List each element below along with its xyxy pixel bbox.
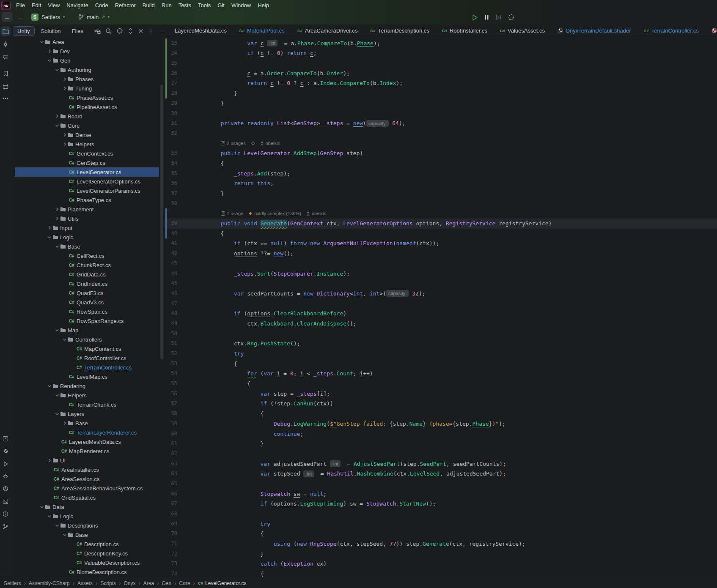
- line-number[interactable]: 23: [165, 38, 194, 49]
- more-tool-windows-icon[interactable]: [0, 93, 11, 104]
- tree-item-LevelGeneratorParams.cs[interactable]: C#LevelGeneratorParams.cs: [11, 186, 165, 195]
- line-number[interactable]: 44: [165, 269, 194, 279]
- project-tree[interactable]: AreaDevGenAuthoringPhasesTuningC#PhaseAs…: [11, 37, 165, 578]
- line-number[interactable]: 37: [165, 189, 194, 199]
- search-icon[interactable]: [105, 28, 112, 34]
- tree-item-AreaInstaller.cs[interactable]: C#AreaInstaller.cs: [11, 465, 165, 474]
- panel-tab-files[interactable]: Files: [67, 26, 88, 36]
- run-button[interactable]: [472, 14, 478, 21]
- version-control-tool-icon[interactable]: [0, 522, 11, 532]
- line-number[interactable]: 38: [165, 199, 194, 209]
- tree-item-Authoring[interactable]: Authoring: [11, 65, 165, 74]
- tree-item-GridIndex.cs[interactable]: C#GridIndex.cs: [11, 279, 165, 288]
- tree-item-MapContent.cs[interactable]: C#MapContent.cs: [11, 344, 165, 353]
- code-area[interactable]: 22 public int Compare(GenStep a, GenStep…: [165, 37, 717, 578]
- code-line-25[interactable]: 25: [165, 58, 717, 68]
- line-number[interactable]: 50: [165, 329, 194, 339]
- structure-tool-icon[interactable]: [0, 52, 11, 62]
- chevron-down-icon[interactable]: [54, 523, 60, 528]
- chevron-down-icon[interactable]: [47, 514, 52, 519]
- code-line-74[interactable]: 74 {: [165, 569, 717, 578]
- code-line-31[interactable]: 31 private readonly List<GenStep> _steps…: [165, 118, 717, 129]
- line-number[interactable]: 42: [165, 249, 194, 259]
- code-line-58[interactable]: 58 {: [165, 409, 717, 419]
- code-line-72[interactable]: 72 }: [165, 549, 717, 559]
- expand-all-icon[interactable]: [128, 28, 133, 34]
- tree-item-Tuning[interactable]: Tuning: [11, 84, 165, 93]
- code-line-61[interactable]: 61 }: [165, 439, 717, 449]
- code-line-48[interactable]: 48 if (options.ClearBlackboardBefore): [165, 309, 717, 319]
- line-number[interactable]: 39: [165, 219, 194, 229]
- chevron-down-icon[interactable]: [47, 58, 52, 63]
- breadcrumb-item-settlers[interactable]: Settlers: [4, 580, 21, 586]
- code-line-50[interactable]: 50: [165, 329, 717, 339]
- line-number[interactable]: 46: [165, 289, 194, 299]
- line-number[interactable]: 47: [165, 299, 194, 309]
- line-number[interactable]: 73: [165, 559, 194, 569]
- editor-tab-MaterialPool.cs[interactable]: C#MaterialPool.cs: [233, 25, 291, 37]
- more-actions-icon[interactable]: ⋮: [148, 27, 154, 34]
- line-number[interactable]: 25: [165, 58, 194, 68]
- breadcrumb-item-assembly-csharp[interactable]: Assembly-CSharp: [29, 580, 70, 586]
- menu-edit[interactable]: Edit: [28, 2, 44, 8]
- line-number[interactable]: 28: [165, 88, 194, 98]
- collapse-all-icon[interactable]: [138, 28, 143, 34]
- chevron-right-icon[interactable]: [62, 77, 68, 82]
- code-vision-usages[interactable]: 2 usages: [221, 141, 246, 146]
- line-number[interactable]: 67: [165, 499, 194, 509]
- code-line-26[interactable]: 26 c = a.Order.CompareTo(b.Order);: [165, 68, 717, 79]
- line-number[interactable]: 74: [165, 569, 194, 578]
- tree-item-Controllers[interactable]: Controllers: [11, 335, 165, 344]
- code-line-70[interactable]: 70 {: [165, 529, 717, 539]
- code-vision-diamond-filled[interactable]: mildly complex (130%): [248, 211, 301, 216]
- code-line-53[interactable]: 53 {: [165, 359, 717, 369]
- tree-item-Input[interactable]: Input: [11, 223, 165, 232]
- menu-help[interactable]: Help: [254, 2, 272, 8]
- chevron-right-icon[interactable]: [54, 114, 60, 119]
- code-line-44[interactable]: 44 _steps.Sort(StepComparer.Instance);: [165, 269, 717, 279]
- code-line-32[interactable]: 32: [165, 129, 717, 139]
- code-line-55[interactable]: 55 {: [165, 379, 717, 389]
- tree-item-Logic[interactable]: Logic: [11, 511, 165, 521]
- code-line-63[interactable]: 63 var adjustedSeedPart :int = AdjustSee…: [165, 459, 717, 469]
- code-line-38[interactable]: 38: [165, 199, 717, 209]
- chevron-down-icon[interactable]: [47, 235, 52, 240]
- code-line-24[interactable]: 24 if (c != 0) return c;: [165, 48, 717, 58]
- tree-item-Placement[interactable]: Placement: [11, 205, 165, 214]
- code-line-67[interactable]: 67 if (options.LogStepTiming) sw = Stopw…: [165, 499, 717, 509]
- line-number[interactable]: 59: [165, 419, 194, 429]
- line-number[interactable]: 30: [165, 109, 194, 119]
- line-number[interactable]: 66: [165, 489, 194, 499]
- code-line-52[interactable]: 52 try: [165, 349, 717, 359]
- chevron-right-icon[interactable]: [62, 142, 68, 147]
- menu-build[interactable]: Build: [139, 2, 158, 8]
- tree-item-Base[interactable]: Base: [11, 242, 165, 251]
- line-number[interactable]: 45: [165, 279, 194, 289]
- tree-item-Base[interactable]: Base: [11, 418, 165, 428]
- tree-item-ValuableDescription.cs[interactable]: C#ValuableDescription.cs: [11, 558, 165, 567]
- code-line-51[interactable]: 51 ctx.Rng.PushState();: [165, 339, 717, 349]
- menu-run[interactable]: Run: [158, 2, 175, 8]
- line-number[interactable]: 49: [165, 319, 194, 329]
- line-number[interactable]: 31: [165, 118, 194, 129]
- breadcrumb-file[interactable]: C# LevelGenerator.cs: [198, 580, 247, 586]
- line-number[interactable]: 71: [165, 539, 194, 549]
- editor-tab-LayeredMeshData.cs[interactable]: LayeredMeshData.cs: [168, 25, 233, 37]
- line-number[interactable]: 60: [165, 429, 194, 439]
- step-button[interactable]: [495, 14, 502, 20]
- tree-item-Logic[interactable]: Logic: [11, 232, 165, 242]
- line-number[interactable]: 29: [165, 98, 194, 109]
- line-number[interactable]: 36: [165, 178, 194, 189]
- tree-item-UI[interactable]: UI: [11, 456, 165, 465]
- breadcrumb-item-onyx[interactable]: Onyx: [124, 580, 135, 586]
- chevron-down-icon[interactable]: [39, 39, 45, 44]
- code-line-29[interactable]: 29 }: [165, 98, 717, 109]
- line-number[interactable]: 68: [165, 509, 194, 519]
- line-number[interactable]: 43: [165, 259, 194, 269]
- project-selector[interactable]: S Settlers ▾: [31, 12, 65, 22]
- project-tool-icon[interactable]: [0, 26, 11, 36]
- line-number[interactable]: 69: [165, 519, 194, 529]
- tree-item-CellRect.cs[interactable]: C#CellRect.cs: [11, 251, 165, 260]
- tree-item-AreaSession.cs[interactable]: C#AreaSession.cs: [11, 474, 165, 484]
- chevron-down-icon[interactable]: [54, 123, 60, 128]
